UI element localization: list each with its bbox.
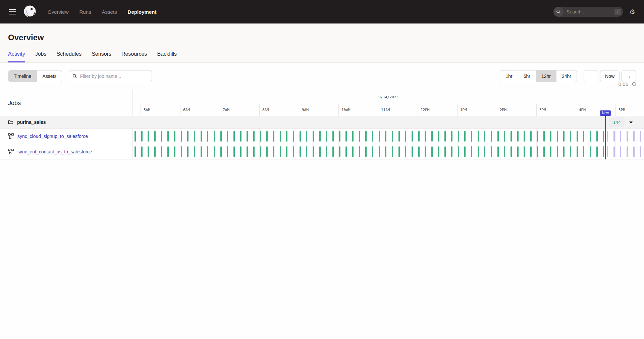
run-tick-success[interactable] xyxy=(326,131,327,142)
run-tick-success[interactable] xyxy=(563,131,565,142)
run-tick-success[interactable] xyxy=(504,131,505,142)
run-tick-success[interactable] xyxy=(524,146,525,157)
run-tick-success[interactable] xyxy=(431,146,433,157)
run-tick-success[interactable] xyxy=(332,146,334,157)
run-tick-success[interactable] xyxy=(306,131,307,142)
run-tick-success[interactable] xyxy=(577,146,578,157)
run-tick-scheduled[interactable] xyxy=(640,146,641,157)
run-tick-success[interactable] xyxy=(148,131,149,142)
run-tick-scheduled[interactable] xyxy=(620,131,621,142)
run-tick-scheduled[interactable] xyxy=(607,131,608,142)
run-tick-success[interactable] xyxy=(359,131,360,142)
range-24hr[interactable]: 24hr xyxy=(556,70,577,82)
run-tick-success[interactable] xyxy=(227,146,228,157)
range-12hr[interactable]: 12hr xyxy=(536,70,556,82)
tab-backfills[interactable]: Backfills xyxy=(157,51,177,62)
run-tick-success[interactable] xyxy=(431,131,433,142)
run-tick-success[interactable] xyxy=(286,131,287,142)
run-tick-success[interactable] xyxy=(181,131,182,142)
run-tick-success[interactable] xyxy=(385,131,386,142)
timeline-prev-button[interactable]: ← xyxy=(584,70,598,82)
run-tick-success[interactable] xyxy=(491,131,492,142)
run-tick-success[interactable] xyxy=(458,131,459,142)
run-tick-success[interactable] xyxy=(187,131,189,142)
run-tick-success[interactable] xyxy=(418,131,420,142)
run-tick-success[interactable] xyxy=(207,131,208,142)
run-tick-success[interactable] xyxy=(537,146,538,157)
run-tick-success[interactable] xyxy=(444,146,446,157)
range-1hr[interactable]: 1hr xyxy=(500,70,518,82)
run-tick-success[interactable] xyxy=(135,146,136,157)
run-tick-success[interactable] xyxy=(603,131,604,142)
run-tick-scheduled[interactable] xyxy=(627,146,628,157)
settings-gear-icon[interactable]: ⚙ xyxy=(629,8,635,15)
run-tick-success[interactable] xyxy=(385,146,386,157)
run-tick-success[interactable] xyxy=(286,146,287,157)
run-tick-success[interactable] xyxy=(154,131,156,142)
run-tick-success[interactable] xyxy=(458,146,459,157)
run-tick-success[interactable] xyxy=(478,131,479,142)
run-tick-scheduled[interactable] xyxy=(620,146,621,157)
run-tick-scheduled[interactable] xyxy=(607,146,608,157)
run-tick-success[interactable] xyxy=(293,146,294,157)
run-tick-success[interactable] xyxy=(345,131,347,142)
run-tick-success[interactable] xyxy=(240,146,241,157)
run-tick-success[interactable] xyxy=(339,146,340,157)
nav-item-assets[interactable]: Assets xyxy=(102,9,117,15)
job-name-link[interactable]: sync_ent_contact_us_to_salesforce xyxy=(17,149,92,154)
run-tick-success[interactable] xyxy=(313,146,314,157)
run-tick-success[interactable] xyxy=(504,146,505,157)
run-tick-success[interactable] xyxy=(372,146,373,157)
run-tick-success[interactable] xyxy=(583,146,584,157)
run-tick-success[interactable] xyxy=(253,131,255,142)
run-tick-success[interactable] xyxy=(425,131,426,142)
run-tick-success[interactable] xyxy=(471,146,472,157)
run-tick-success[interactable] xyxy=(260,146,261,157)
run-tick-success[interactable] xyxy=(266,131,268,142)
run-tick-success[interactable] xyxy=(392,146,393,157)
run-tick-success[interactable] xyxy=(603,146,604,157)
view-toggle-timeline[interactable]: Timeline xyxy=(8,70,37,82)
run-tick-success[interactable] xyxy=(306,146,307,157)
run-tick-scheduled[interactable] xyxy=(627,131,628,142)
run-tick-success[interactable] xyxy=(570,146,571,157)
run-tick-success[interactable] xyxy=(418,146,420,157)
run-tick-success[interactable] xyxy=(187,146,189,157)
run-tick-scheduled[interactable] xyxy=(613,131,615,142)
run-tick-success[interactable] xyxy=(537,131,538,142)
run-tick-success[interactable] xyxy=(464,131,466,142)
run-tick-success[interactable] xyxy=(300,131,301,142)
run-tick-success[interactable] xyxy=(530,131,532,142)
run-tick-success[interactable] xyxy=(260,131,261,142)
run-tick-scheduled[interactable] xyxy=(633,131,635,142)
run-tick-success[interactable] xyxy=(497,146,499,157)
timeline-now-button[interactable]: Now xyxy=(600,70,620,82)
run-tick-success[interactable] xyxy=(273,131,274,142)
run-tick-scheduled[interactable] xyxy=(633,146,635,157)
run-tick-success[interactable] xyxy=(253,146,255,157)
run-tick-success[interactable] xyxy=(359,146,360,157)
run-tick-success[interactable] xyxy=(524,131,525,142)
tab-sensors[interactable]: Sensors xyxy=(92,51,111,62)
run-tick-success[interactable] xyxy=(478,146,479,157)
dagster-logo-icon[interactable] xyxy=(23,5,36,18)
run-tick-success[interactable] xyxy=(141,131,143,142)
run-tick-success[interactable] xyxy=(233,131,235,142)
run-tick-success[interactable] xyxy=(345,146,347,157)
run-tick-success[interactable] xyxy=(372,131,373,142)
run-tick-success[interactable] xyxy=(174,146,175,157)
run-tick-success[interactable] xyxy=(550,131,551,142)
job-group-row[interactable]: purina_sales144 xyxy=(0,116,644,129)
run-tick-success[interactable] xyxy=(398,146,400,157)
run-tick-success[interactable] xyxy=(412,131,413,142)
timeline-next-button[interactable]: → xyxy=(621,70,636,82)
run-tick-success[interactable] xyxy=(227,131,228,142)
run-tick-success[interactable] xyxy=(517,131,519,142)
run-tick-success[interactable] xyxy=(365,131,367,142)
run-tick-success[interactable] xyxy=(247,146,248,157)
run-tick-success[interactable] xyxy=(491,146,492,157)
run-tick-success[interactable] xyxy=(557,131,558,142)
run-tick-success[interactable] xyxy=(543,146,545,157)
run-tick-success[interactable] xyxy=(352,146,354,157)
run-tick-success[interactable] xyxy=(583,131,584,142)
